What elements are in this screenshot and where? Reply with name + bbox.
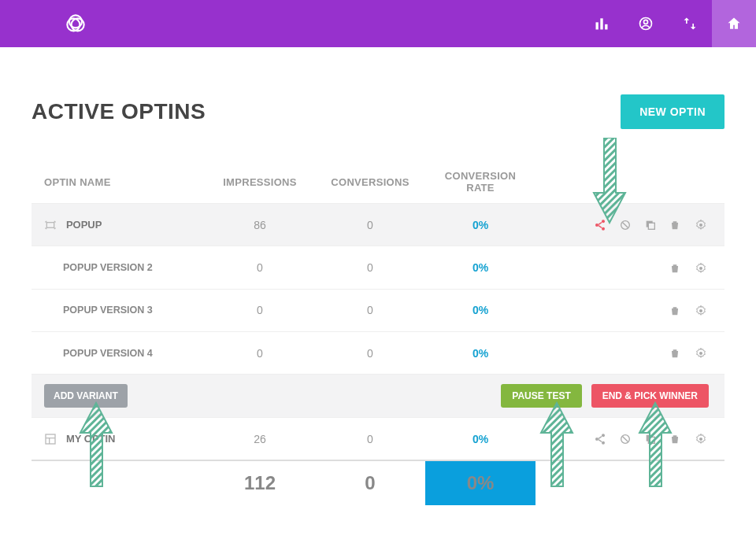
optin-name: POPUP VERSION 2 <box>32 246 205 289</box>
total-conversions: 0 <box>315 460 425 505</box>
svg-rect-4 <box>600 18 602 29</box>
split-test-icon[interactable] <box>594 219 608 231</box>
inline-type-icon <box>44 433 58 445</box>
column-header-rate: CONVERSION RATE <box>425 161 536 204</box>
stats-icon[interactable] <box>580 0 624 47</box>
svg-point-22 <box>602 441 605 445</box>
conversion-rate-value: 0% <box>472 219 488 231</box>
svg-rect-25 <box>649 438 655 444</box>
impressions-value: 26 <box>205 418 315 461</box>
totals-row: 112 0 0% <box>32 460 724 505</box>
active-tab-indicator <box>726 41 739 47</box>
conversions-value: 0 <box>315 331 425 374</box>
table-row: MY OPTIN 26 0 0% <box>32 418 724 461</box>
conversion-rate-value: 0% <box>472 433 488 445</box>
disable-icon[interactable] <box>619 433 633 445</box>
page-title: ACTIVE OPTINS <box>32 99 206 124</box>
table-row: POPUP 86 0 0% <box>32 204 724 246</box>
impressions-value: 0 <box>205 246 315 289</box>
end-pick-winner-button[interactable]: END & PICK WINNER <box>591 384 709 408</box>
settings-icon[interactable] <box>695 433 709 445</box>
conversion-rate-value: 0% <box>472 304 488 316</box>
duplicate-icon[interactable] <box>644 433 658 445</box>
optin-name: POPUP <box>66 219 102 231</box>
conversions-value: 0 <box>315 204 425 246</box>
conversions-value: 0 <box>315 289 425 331</box>
delete-icon[interactable] <box>669 219 684 231</box>
optin-name: POPUP VERSION 4 <box>32 331 205 374</box>
svg-rect-8 <box>46 223 54 228</box>
svg-point-20 <box>602 434 605 438</box>
conversions-value: 0 <box>315 418 425 461</box>
svg-point-11 <box>602 227 605 231</box>
duplicate-icon[interactable] <box>644 219 658 231</box>
account-icon[interactable] <box>624 0 668 47</box>
svg-point-7 <box>644 20 648 24</box>
top-navbar <box>0 0 756 47</box>
add-variant-button[interactable]: ADD VARIANT <box>44 384 128 408</box>
delete-icon[interactable] <box>669 433 684 445</box>
svg-point-16 <box>699 267 702 270</box>
total-impressions: 112 <box>205 460 315 505</box>
settings-icon[interactable] <box>695 219 709 231</box>
conversion-rate-value: 0% <box>472 347 488 360</box>
svg-point-18 <box>699 352 702 355</box>
optin-name: POPUP VERSION 3 <box>32 289 205 331</box>
variant-actions-row: ADD VARIANT PAUSE TEST END & PICK WINNER <box>32 375 724 418</box>
impressions-value: 0 <box>205 289 315 331</box>
column-header-actions <box>536 161 724 204</box>
svg-point-15 <box>699 223 702 227</box>
popup-type-icon <box>44 219 58 231</box>
column-header-impressions: IMPRESSIONS <box>205 161 315 204</box>
new-optin-button[interactable]: NEW OPTIN <box>621 94 724 129</box>
conversion-rate-value: 0% <box>472 261 488 274</box>
optin-name: MY OPTIN <box>66 433 116 445</box>
delete-icon[interactable] <box>669 347 684 360</box>
delete-icon[interactable] <box>669 262 684 275</box>
pause-test-button[interactable]: PAUSE TEST <box>501 384 581 408</box>
svg-rect-14 <box>649 223 655 230</box>
delete-icon[interactable] <box>669 305 684 317</box>
svg-point-9 <box>602 220 605 223</box>
svg-rect-5 <box>605 24 607 30</box>
table-row: POPUP VERSION 3 0 0 0% <box>32 289 724 331</box>
total-conversion-rate: 0% <box>425 460 536 505</box>
svg-point-26 <box>699 438 702 441</box>
split-test-icon[interactable] <box>594 433 608 445</box>
settings-icon[interactable] <box>695 305 709 317</box>
svg-point-10 <box>595 223 598 227</box>
settings-icon[interactable] <box>695 347 709 360</box>
migrate-icon[interactable] <box>668 0 712 47</box>
impressions-value: 0 <box>205 331 315 374</box>
svg-rect-19 <box>46 434 55 444</box>
home-icon[interactable] <box>712 0 756 47</box>
conversions-value: 0 <box>315 246 425 289</box>
svg-rect-3 <box>596 22 598 29</box>
column-header-name: OPTIN NAME <box>32 161 205 204</box>
svg-point-17 <box>699 309 702 312</box>
settings-icon[interactable] <box>695 262 709 275</box>
logo-icon <box>63 11 88 36</box>
svg-point-21 <box>595 438 598 441</box>
table-row: POPUP VERSION 2 0 0 0% <box>32 246 724 289</box>
disable-icon[interactable] <box>619 219 633 231</box>
optins-table: OPTIN NAME IMPRESSIONS CONVERSIONS CONVE… <box>32 161 724 505</box>
table-row: POPUP VERSION 4 0 0 0% <box>32 331 724 374</box>
column-header-conversions: CONVERSIONS <box>315 161 425 204</box>
impressions-value: 86 <box>205 204 315 246</box>
